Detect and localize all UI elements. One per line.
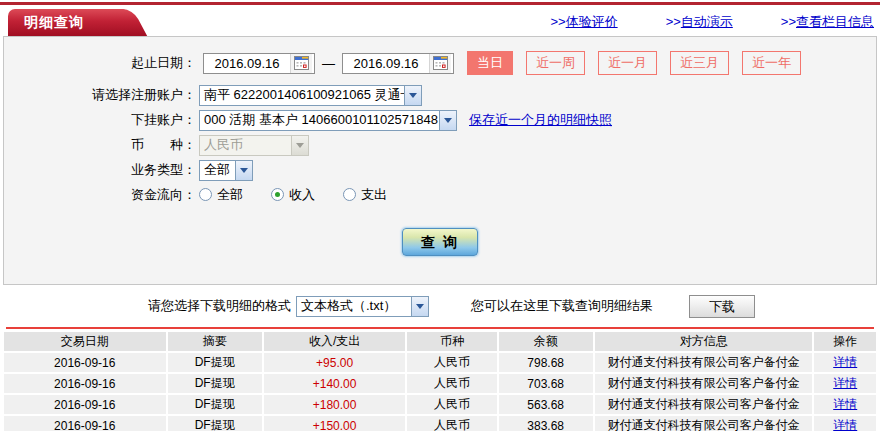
cell-date: 2016-09-16 (4, 395, 166, 414)
table-divider (6, 327, 874, 329)
download-format-select[interactable]: 文本格式（.txt） (296, 296, 429, 317)
query-form-panel: 起止日期： — (3, 36, 877, 285)
cell-amount: +180.00 (264, 395, 406, 414)
cell-date: 2016-09-16 (4, 416, 166, 431)
biz-type-label: 业务类型： (4, 161, 199, 179)
biz-type-select[interactable]: 全部 (199, 160, 253, 181)
cell-counterparty: 财付通支付科技有限公司客户备付金 (595, 395, 813, 414)
tab-detail-query[interactable]: 明细查询 (8, 9, 126, 36)
table-row: 2016-09-16DF提现+180.00人民币563.68财付通支付科技有限公… (4, 395, 876, 414)
query-button[interactable]: 查 询 (402, 228, 478, 256)
quick-range-button-0[interactable]: 当日 (467, 51, 513, 75)
column-header: 收入/支出 (264, 332, 406, 351)
detail-link[interactable]: 详情 (833, 355, 857, 369)
currency-select: 人民币 (199, 135, 309, 156)
flow-options: 全部收入支出 (199, 186, 415, 205)
quick-range-buttons: 当日近一周近一月近三月近一年 (458, 51, 801, 75)
double-arrow-icon: >> (550, 14, 565, 29)
flow-option-0[interactable]: 全部 (199, 186, 243, 204)
cell-action: 详情 (814, 374, 876, 393)
register-account-select[interactable]: 南平 6222001406100921065 灵通卡 (199, 85, 422, 106)
cell-action: 详情 (814, 353, 876, 372)
double-arrow-icon: >> (781, 14, 796, 29)
flow-option-2[interactable]: 支出 (343, 186, 387, 204)
download-hint: 您可以在这里下载查询明细结果 (471, 297, 653, 315)
chevron-down-icon (411, 297, 428, 316)
double-arrow-icon: >> (666, 14, 681, 29)
sub-account-select[interactable]: 000 活期 基本户 1406600101102571848 (199, 110, 457, 131)
date-to-box (342, 53, 454, 74)
detail-link[interactable]: 详情 (833, 418, 857, 431)
table-row: 2016-09-16DF提现+140.00人民币703.68财付通支付科技有限公… (4, 374, 876, 393)
radio-icon (271, 188, 284, 201)
quick-range-button-3[interactable]: 近三月 (670, 51, 729, 75)
cell-date: 2016-09-16 (4, 374, 166, 393)
column-header: 余额 (499, 332, 593, 351)
download-button[interactable]: 下载 (689, 295, 755, 318)
download-row: 请您选择下载明细的格式 文本格式（.txt） 您可以在这里下载查询明细结果 下载 (0, 294, 880, 318)
quick-range-button-4[interactable]: 近一年 (742, 51, 801, 75)
cell-balance: 563.68 (499, 395, 593, 414)
calendar-button-to[interactable] (429, 54, 451, 73)
quick-range-button-1[interactable]: 近一周 (526, 51, 585, 75)
header-link-2[interactable]: >>查看栏目信息 (781, 13, 874, 31)
date-from-input[interactable] (204, 55, 290, 72)
table-body: 2016-09-16DF提现+95.00人民币798.68财付通支付科技有限公司… (4, 353, 876, 431)
page-title: 明细查询 (24, 14, 84, 30)
cell-summary: DF提现 (168, 395, 262, 414)
date-from-box (203, 53, 315, 74)
header-links: >>体验评价>>自动演示>>查看栏目信息 (502, 13, 874, 31)
cell-currency: 人民币 (407, 374, 496, 393)
cell-counterparty: 财付通支付科技有限公司客户备付金 (595, 416, 813, 431)
column-header: 币种 (407, 332, 496, 351)
transaction-table: 交易日期摘要收入/支出币种余额对方信息操作 2016-09-16DF提现+95.… (2, 330, 878, 431)
header-link-1[interactable]: >>自动演示 (666, 13, 733, 31)
currency-label: 币 种： (4, 136, 199, 154)
chevron-down-icon (439, 111, 456, 130)
chevron-down-icon (291, 136, 308, 155)
save-snapshot-link[interactable]: 保存近一个月的明细快照 (469, 111, 612, 129)
sub-account-label: 下挂账户： (4, 111, 199, 129)
chevron-down-icon (235, 161, 252, 180)
cell-summary: DF提现 (168, 374, 262, 393)
calendar-icon (433, 56, 448, 70)
cell-amount: +140.00 (264, 374, 406, 393)
cell-date: 2016-09-16 (4, 353, 166, 372)
cell-amount: +150.00 (264, 416, 406, 431)
cell-counterparty: 财付通支付科技有限公司客户备付金 (595, 353, 813, 372)
detail-link[interactable]: 详情 (833, 376, 857, 390)
radio-icon (343, 188, 356, 201)
flow-label: 资金流向： (4, 186, 199, 204)
cell-amount: +95.00 (264, 353, 406, 372)
cell-action: 详情 (814, 416, 876, 431)
table-row: 2016-09-16DF提现+150.00人民币383.68财付通支付科技有限公… (4, 416, 876, 431)
date-to-input[interactable] (343, 55, 429, 72)
cell-balance: 383.68 (499, 416, 593, 431)
date-separator: — (322, 56, 335, 71)
cell-action: 详情 (814, 395, 876, 414)
cell-balance: 798.68 (499, 353, 593, 372)
cell-balance: 703.68 (499, 374, 593, 393)
date-range-label: 起止日期： (4, 54, 199, 72)
cell-summary: DF提现 (168, 416, 262, 431)
table-row: 2016-09-16DF提现+95.00人民币798.68财付通支付科技有限公司… (4, 353, 876, 372)
quick-range-button-2[interactable]: 近一月 (598, 51, 657, 75)
column-header: 交易日期 (4, 332, 166, 351)
cell-currency: 人民币 (407, 416, 496, 431)
column-header: 摘要 (168, 332, 262, 351)
download-format-label: 请您选择下载明细的格式 (148, 297, 291, 315)
radio-icon (199, 188, 212, 201)
column-header: 操作 (814, 332, 876, 351)
detail-link[interactable]: 详情 (833, 397, 857, 411)
cell-currency: 人民币 (407, 353, 496, 372)
chevron-down-icon (404, 86, 421, 105)
cell-summary: DF提现 (168, 353, 262, 372)
cell-counterparty: 财付通支付科技有限公司客户备付金 (595, 374, 813, 393)
calendar-button-from[interactable] (290, 54, 312, 73)
header-link-0[interactable]: >>体验评价 (550, 13, 617, 31)
flow-option-1[interactable]: 收入 (271, 186, 315, 204)
column-header: 对方信息 (595, 332, 813, 351)
table-header-row: 交易日期摘要收入/支出币种余额对方信息操作 (4, 332, 876, 351)
register-account-label: 请选择注册账户： (4, 86, 199, 104)
page-header: 明细查询 >>体验评价>>自动演示>>查看栏目信息 (0, 5, 880, 36)
